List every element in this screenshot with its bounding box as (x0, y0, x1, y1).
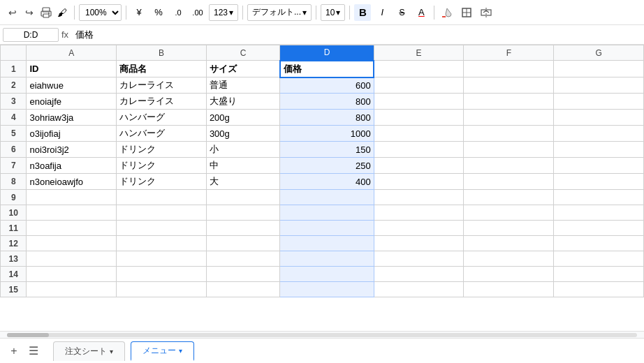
cell-r14-c5[interactable] (374, 267, 464, 282)
italic-btn[interactable]: I (374, 4, 390, 21)
row-num-1[interactable]: 1 (1, 61, 27, 77)
cell-r6-c6[interactable] (464, 142, 554, 158)
bold-btn[interactable]: B (354, 4, 371, 21)
cell-r13-c3[interactable] (206, 251, 279, 267)
row-num-5[interactable]: 5 (1, 126, 27, 142)
cell-r5-c4[interactable]: 1000 (280, 126, 374, 142)
cell-r1-c2[interactable]: 商品名 (117, 61, 207, 77)
decimal-decrease-btn[interactable]: .0 (170, 4, 186, 21)
cell-r6-c2[interactable]: ドリンク (117, 142, 207, 158)
cell-r1-c5[interactable] (374, 61, 464, 77)
cell-r2-c1[interactable]: eiahwue (27, 77, 117, 94)
cell-r6-c5[interactable] (374, 142, 464, 158)
cell-r2-c3[interactable]: 普通 (206, 77, 279, 94)
add-sheet-btn[interactable]: + (6, 343, 22, 360)
cell-r15-c4[interactable] (280, 282, 374, 297)
cell-r11-c4[interactable] (280, 221, 374, 236)
font-family-btn[interactable]: デフォルト... ▾ (247, 4, 312, 21)
cell-r6-c3[interactable]: 小 (206, 142, 279, 158)
cell-r3-c1[interactable]: enoiajfe (27, 94, 117, 110)
cell-r15-c2[interactable] (117, 282, 207, 297)
cell-r2-c6[interactable] (464, 77, 554, 94)
cell-r11-c7[interactable] (554, 221, 644, 236)
sheet-list-btn[interactable]: ☰ (25, 343, 42, 360)
fill-color-btn[interactable] (439, 4, 455, 21)
cell-r13-c5[interactable] (374, 251, 464, 267)
percent-btn[interactable]: % (150, 4, 167, 21)
cell-r5-c3[interactable]: 300g (206, 126, 279, 142)
currency-btn[interactable]: ¥ (131, 4, 147, 21)
col-header-A[interactable]: A (27, 45, 117, 61)
cell-r8-c5[interactable] (374, 174, 464, 190)
cell-r12-c5[interactable] (374, 236, 464, 251)
col-header-G[interactable]: G (554, 45, 644, 61)
cell-r14-c3[interactable] (206, 267, 279, 282)
print-icon[interactable] (39, 6, 53, 20)
cell-r5-c6[interactable] (464, 126, 554, 142)
cell-r8-c2[interactable]: ドリンク (117, 174, 207, 190)
cell-r5-c5[interactable] (374, 126, 464, 142)
formula-input[interactable] (73, 28, 641, 41)
cell-r2-c5[interactable] (374, 77, 464, 94)
cell-r13-c4[interactable] (280, 251, 374, 267)
cell-r15-c6[interactable] (464, 282, 554, 297)
number-format-btn[interactable]: 123 ▾ (209, 4, 238, 21)
cell-r14-c6[interactable] (464, 267, 554, 282)
cell-r4-c4[interactable]: 800 (280, 110, 374, 126)
redo-icon[interactable]: ↪ (22, 6, 36, 20)
cell-r8-c3[interactable]: 大 (206, 174, 279, 190)
underline-btn[interactable]: A (413, 4, 430, 21)
cell-r10-c6[interactable] (464, 205, 554, 221)
cell-r7-c1[interactable]: n3oafija (27, 158, 117, 174)
cell-r4-c2[interactable]: ハンバーグ (117, 110, 207, 126)
font-size-btn[interactable]: 10 ▾ (321, 4, 345, 21)
cell-r3-c4[interactable]: 800 (280, 94, 374, 110)
row-num-9[interactable]: 9 (1, 190, 27, 205)
cell-r4-c1[interactable]: 3ohriaw3ja (27, 110, 117, 126)
cell-r10-c5[interactable] (374, 205, 464, 221)
row-num-8[interactable]: 8 (1, 174, 27, 190)
cell-r12-c6[interactable] (464, 236, 554, 251)
cell-r2-c2[interactable]: カレーライス (117, 77, 207, 94)
col-header-E[interactable]: E (374, 45, 464, 61)
cell-r11-c3[interactable] (206, 221, 279, 236)
row-num-10[interactable]: 10 (1, 205, 27, 221)
cell-r12-c2[interactable] (117, 236, 207, 251)
cell-r7-c4[interactable]: 250 (280, 158, 374, 174)
cell-r5-c7[interactable] (554, 126, 644, 142)
cell-r6-c7[interactable] (554, 142, 644, 158)
cell-r13-c6[interactable] (464, 251, 554, 267)
cell-r7-c7[interactable] (554, 158, 644, 174)
cell-r1-c1[interactable]: ID (27, 61, 117, 77)
col-header-D[interactable]: D (280, 45, 374, 61)
cell-r15-c7[interactable] (554, 282, 644, 297)
cell-r11-c6[interactable] (464, 221, 554, 236)
cell-r9-c1[interactable] (27, 190, 117, 205)
sheet-tab-menu[interactable]: メニュー ▾ (131, 341, 194, 361)
paint-format-icon[interactable]: 🖌 (56, 6, 70, 20)
row-num-7[interactable]: 7 (1, 158, 27, 174)
cell-r3-c5[interactable] (374, 94, 464, 110)
cell-r9-c5[interactable] (374, 190, 464, 205)
cell-r14-c7[interactable] (554, 267, 644, 282)
cell-r10-c2[interactable] (117, 205, 207, 221)
cell-r1-c3[interactable]: サイズ (206, 61, 279, 77)
cell-r11-c1[interactable] (27, 221, 117, 236)
cell-r7-c5[interactable] (374, 158, 464, 174)
row-num-4[interactable]: 4 (1, 110, 27, 126)
cell-r10-c7[interactable] (554, 205, 644, 221)
row-num-3[interactable]: 3 (1, 94, 27, 110)
cell-r14-c4[interactable] (280, 267, 374, 282)
cell-r8-c1[interactable]: n3oneioawjfo (27, 174, 117, 190)
row-num-14[interactable]: 14 (1, 267, 27, 282)
cell-r15-c5[interactable] (374, 282, 464, 297)
borders-btn[interactable] (458, 4, 475, 21)
cell-r9-c4[interactable] (280, 190, 374, 205)
cell-r6-c1[interactable]: noi3roi3j2 (27, 142, 117, 158)
cell-r9-c2[interactable] (117, 190, 207, 205)
cell-r8-c6[interactable] (464, 174, 554, 190)
cell-r13-c1[interactable] (27, 251, 117, 267)
col-header-C[interactable]: C (206, 45, 279, 61)
cell-r13-c7[interactable] (554, 251, 644, 267)
zoom-select[interactable]: 100% 75% 150% (79, 4, 122, 21)
